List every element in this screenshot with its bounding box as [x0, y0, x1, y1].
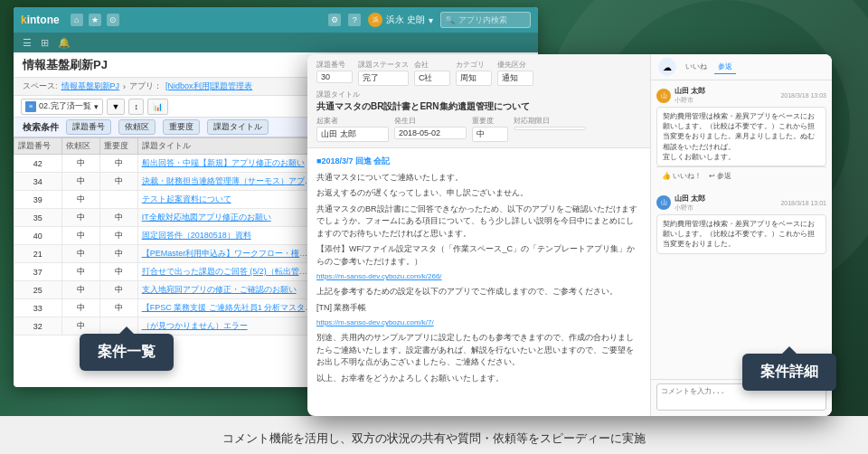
field-reply: 対応期限日 — [514, 116, 586, 142]
category-label: カテゴリ — [456, 60, 492, 70]
title-label: 課題タイトル — [316, 90, 641, 99]
view-select[interactable]: ≡ 02.完了済一覧 ▾ — [21, 99, 103, 115]
search-tag-4: 課題タイトル — [207, 119, 269, 135]
status-label: 課題ステータス — [358, 60, 409, 70]
field-category: カテゴリ 周知 — [456, 60, 492, 86]
detail-section-1: 共通マスタのBR設計書にご回答できなかったため、以下のアプリをご確認いただけます… — [316, 203, 641, 241]
cell-priority: 中 — [99, 209, 137, 227]
cell-id: 35 — [14, 209, 62, 227]
sidebar-header: ☁ いいね 参返 — [651, 54, 832, 80]
detail-paragraph-5: 別途、共用内のサンプルアプリに設定したものも参考できますので、作成の合わりました… — [316, 332, 641, 369]
case-no-label: 課題番号 — [316, 60, 353, 70]
tab-reply-label: 参返 — [718, 62, 732, 71]
field-status: 課題ステータス 完了 — [358, 60, 409, 86]
comment-user-name-1: 山田 太郎 — [675, 86, 705, 96]
footer-text: コメント機能を活用し、双方の状況の共有や質問・依頼等をスピーディーに実施 — [222, 431, 646, 445]
nav-icon: ☰ — [23, 37, 32, 49]
detail-body: ■2018/3/7 回進 会記 共通マスタについてご連絡いたします。 お返えする… — [307, 148, 650, 416]
cell-title[interactable]: 【PEMaster利用申込み】ワークフロー・権限取得のご相談 — [137, 245, 317, 263]
cell-priority: 中 — [99, 155, 137, 173]
cell-title[interactable]: 決裁・財務担当連絡管理薄（サーモス）アプリ修正のお願い — [137, 173, 317, 191]
user-info: 浜 浜永 史朗 ▾ — [368, 13, 433, 27]
header-right: ⚙ ? 浜 浜永 史朗 ▾ 🔍 アプリ内検索 — [328, 12, 531, 28]
detail-header: 課題番号 30 課題ステータス 完了 会社 C社 カテゴリ 周知 優先区分 — [307, 54, 650, 148]
reply-label: 対応期限日 — [514, 116, 586, 126]
comment-user-1: 山田 太郎 小野市 — [675, 86, 705, 105]
page-title: 情報基盤刷新PJ — [23, 57, 108, 73]
reply-button-1[interactable]: ↩ 参返 — [709, 171, 731, 181]
comment-header-2: 山 山田 太郎 小野市 2018/3/18 13:01 — [656, 194, 826, 213]
breadcrumb-sep: › — [123, 82, 126, 91]
cell-title[interactable]: （が見つかりません）エラー — [137, 317, 317, 336]
cell-title[interactable]: IT全般対応地図アプリ修正のお願い — [137, 209, 317, 227]
comment-date-2: 2018/3/18 13:01 — [780, 200, 826, 206]
priority-label: 優先区分 — [497, 60, 533, 70]
sub-header: ☰ ⊞ 🔔 — [14, 33, 538, 52]
space-label: スペース: — [23, 80, 58, 92]
reply-value — [514, 127, 586, 130]
comment-user-2: 山田 太郎 小野市 — [675, 194, 705, 213]
kintone-logo: kintone — [21, 14, 60, 26]
list-label-bubble: 案件一覧 — [80, 334, 174, 371]
detail-paragraph-1: 共通マスタについてご連絡いたします。 — [316, 172, 641, 184]
search-tag-1: 課題番号 — [66, 119, 111, 135]
cell-title[interactable]: 打合せで出った課題のご回答 (5/2)（転出管理・中核【別】の委マ… — [137, 263, 317, 281]
company-label: 会社 — [414, 60, 450, 70]
app-icon: ⊞ — [41, 37, 49, 49]
cell-priority: 中 — [99, 263, 137, 281]
cell-id: 40 — [14, 227, 62, 245]
cell-area: 中 — [61, 281, 99, 299]
cell-title[interactable]: テスト起案資料について — [137, 191, 317, 209]
detail-bracket-1: 【添付】WF/ファイル設定マスタ（「作業スペース_C」の「テンプレートアプリ集」… — [316, 243, 641, 268]
list-label-text: 案件一覧 — [98, 344, 156, 359]
cell-id: 42 — [14, 155, 62, 173]
tab-like[interactable]: いいね — [682, 60, 711, 74]
cell-title[interactable]: 【FPSC 業務支援 ご連絡先社員1 分析マスタ・支払マスタ・事業所マスタ… — [137, 299, 317, 317]
clock-icon[interactable]: ⊙ — [107, 14, 119, 26]
home-icon[interactable]: ⌂ — [71, 14, 83, 26]
sort-icon: ↕ — [134, 102, 138, 111]
filter-button[interactable]: ▼ — [107, 99, 126, 115]
detail-subfields: 起案者 山田 太郎 発生日 2018-05-02 重要度 中 対応期限日 — [316, 116, 641, 142]
detail-date-heading: ■2018/3/7 回進 会記 — [316, 156, 641, 168]
chart-button[interactable]: 📊 — [147, 99, 168, 115]
user-avatar: 浜 — [368, 13, 382, 27]
like-button-1[interactable]: 👍 いいね！ — [662, 171, 702, 181]
detail-section-3: 上記を参考するための設定を以下のアプリでご作成しますので、ご参考ください。 [T… — [316, 286, 641, 328]
importance-label: 重要度 — [472, 116, 508, 126]
cell-area: 中 — [61, 209, 99, 227]
comment-body-1: 契約費用管理は検索・差異アプリをベースにお願いします。（比較は不要です。）これか… — [656, 107, 826, 166]
footer-caption: コメント機能を活用し、双方の状況の共有や質問・依頼等をスピーディーに実施 — [0, 430, 868, 447]
weather-icon: ☁ — [658, 58, 676, 76]
star-icon[interactable]: ★ — [89, 14, 101, 26]
col-area: 依頼区 — [61, 138, 99, 155]
header-search[interactable]: 🔍 アプリ内検索 — [440, 12, 531, 28]
detail-link-2[interactable]: https://m-sanso-dev.cybozu.com/k/7/ — [316, 317, 641, 328]
sort-button[interactable]: ↕ — [128, 99, 144, 115]
detail-section-4: 別途、共用内のサンプルアプリに設定したものも参考できますので、作成の合わりました… — [316, 332, 641, 369]
cell-id: 21 — [14, 245, 62, 263]
field-company: 会社 C社 — [414, 60, 450, 86]
detail-paragraph-2: お返えするのが遅くなってしまい、申し訳ございません。 — [316, 187, 641, 200]
app-link[interactable]: [Nidbox利用]課題管理表 — [165, 80, 252, 92]
cell-title[interactable]: 支入地宛回アプリの修正・ご確認のお願い — [137, 281, 317, 299]
cell-priority: 中 — [99, 299, 137, 317]
settings-icon[interactable]: ⚙ — [328, 14, 341, 26]
detail-link-1[interactable]: https://m-sanso-dev.cybozu.com/k/266/ — [316, 271, 641, 282]
cell-priority: 中 — [99, 245, 137, 263]
case-no-value: 30 — [316, 71, 353, 83]
chart-icon: 📊 — [153, 102, 163, 111]
space-link[interactable]: 情報基盤刷新PJ — [61, 80, 120, 92]
comment-sub-user-1: 小野市 — [675, 96, 705, 105]
tab-reply[interactable]: 参返 — [714, 60, 736, 74]
detail-label-text: 案件詳細 — [760, 364, 818, 379]
cell-title[interactable]: 船出回答・中端【新規】アプリ修正のお願い — [137, 155, 317, 173]
importance-value: 中 — [472, 127, 508, 142]
search-icon: 🔍 — [445, 15, 455, 24]
view-icon: ≡ — [25, 101, 36, 112]
help-icon[interactable]: ? — [348, 14, 361, 26]
cell-area: 中 — [61, 245, 99, 263]
cell-area: 中 — [61, 263, 99, 281]
cell-title[interactable]: 固定回答件（20180518）資料 — [137, 227, 317, 245]
cell-priority: 中 — [99, 227, 137, 245]
